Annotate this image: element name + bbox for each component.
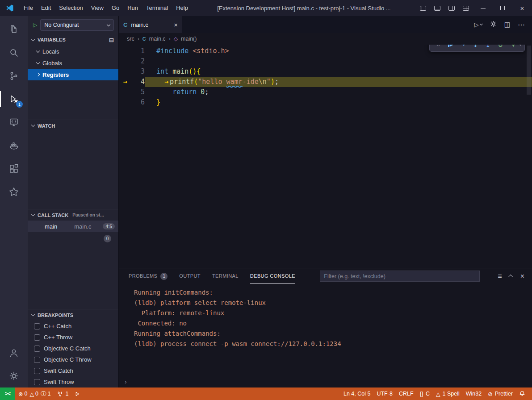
platform-indicator[interactable]: Win32 — [463, 388, 485, 400]
source-control-icon[interactable] — [0, 64, 28, 88]
code-editor[interactable]: ⠿ ▶ ↷ ↧ ↥ ↺ 1 #include <stdio.h> 2 — [119, 45, 532, 268]
window-controls: × — [416, 0, 532, 16]
tab-main-c[interactable]: C main.c × — [119, 16, 182, 33]
breakpoint-objc-catch[interactable]: Objective C Catch — [28, 343, 118, 354]
menu-run[interactable]: Run — [123, 0, 142, 16]
checkbox[interactable] — [34, 357, 40, 363]
console-filter-input[interactable] — [320, 271, 480, 282]
eol-indicator[interactable]: CRLF — [396, 388, 417, 400]
launch-configuration-dropdown[interactable]: No Configurat — [40, 19, 114, 31]
step-into-button[interactable]: ↧ — [470, 45, 481, 50]
tab-terminal[interactable]: TERMINAL — [212, 268, 239, 284]
debug-session-status[interactable] — [71, 388, 84, 400]
breadcrumb-symbol[interactable]: main() — [181, 36, 197, 42]
breakpoint-gutter[interactable] — [119, 97, 131, 108]
continue-button[interactable]: ▶ — [445, 45, 456, 50]
tab-debug-console[interactable]: DEBUG CONSOLE — [250, 268, 295, 284]
open-settings-gear-icon[interactable] — [490, 20, 497, 29]
variables-section-header[interactable]: VARIABLES ⊟ — [28, 34, 118, 46]
run-or-debug-button[interactable]: ▷ — [474, 21, 482, 28]
breakpoint-cpp-throw[interactable]: C++ Throw — [28, 332, 118, 343]
explorer-icon[interactable] — [0, 18, 28, 41]
checkbox[interactable] — [34, 346, 40, 352]
editor-scrollbar[interactable] — [526, 45, 532, 268]
start-debugging-icon[interactable]: ▷ — [33, 22, 37, 28]
breadcrumb-folder[interactable]: src — [127, 36, 134, 42]
menu-edit[interactable]: Edit — [37, 0, 55, 16]
remote-indicator[interactable]: >< — [0, 388, 15, 400]
search-icon[interactable] — [0, 41, 28, 64]
step-over-button[interactable]: ↷ — [457, 45, 469, 50]
accounts-icon[interactable] — [0, 341, 28, 364]
star-icon[interactable] — [0, 180, 28, 204]
watch-section-header[interactable]: WATCH — [28, 120, 118, 131]
breakpoint-swift-throw[interactable]: Swift Throw — [28, 376, 118, 388]
settings-gear-icon[interactable] — [0, 364, 28, 388]
breakpoint-cpp-catch[interactable]: C++ Catch — [28, 321, 118, 332]
docker-icon[interactable] — [0, 134, 28, 157]
collapse-all-icon[interactable]: ⊟ — [109, 37, 114, 43]
breakpoint-gutter[interactable] — [119, 56, 131, 67]
close-tab-icon[interactable]: × — [174, 21, 178, 29]
callstack-section-header[interactable]: CALL STACK Paused on st... — [28, 209, 118, 221]
debug-console-input[interactable]: › — [119, 376, 532, 388]
spell-checker-status[interactable]: △ 1 Spell — [433, 388, 463, 400]
run-and-debug-icon[interactable]: 1 — [0, 88, 28, 111]
cursor-position[interactable]: Ln 4, Col 5 — [340, 388, 373, 400]
c-language-icon: C — [142, 36, 146, 42]
variables-scope-globals[interactable]: Globals — [28, 57, 118, 69]
maximize-panel-icon[interactable] — [508, 275, 513, 279]
encoding-indicator[interactable]: UTF-8 — [373, 388, 395, 400]
extensions-icon[interactable] — [0, 157, 28, 180]
current-frame-arrow-icon[interactable]: → — [119, 77, 131, 87]
notifications-bell[interactable] — [516, 388, 528, 400]
menu-view[interactable]: View — [87, 0, 108, 16]
remote-explorer-icon[interactable] — [0, 111, 28, 134]
breakpoint-label: C++ Throw — [44, 334, 72, 341]
menu-terminal[interactable]: Terminal — [142, 0, 172, 16]
tab-problems[interactable]: PROBLEMS 1 — [129, 268, 168, 284]
breakpoint-gutter[interactable] — [119, 46, 131, 56]
checkbox[interactable] — [34, 334, 40, 341]
watch-header-label: WATCH — [38, 123, 55, 129]
step-out-button[interactable]: ↥ — [482, 45, 494, 50]
close-panel-icon[interactable]: × — [520, 272, 524, 280]
chevron-down-icon[interactable] — [519, 45, 522, 46]
customize-layout-icon[interactable] — [459, 0, 473, 16]
menu-file[interactable]: File — [20, 0, 37, 16]
split-editor-icon[interactable]: ◫ — [504, 21, 511, 29]
checkbox[interactable] — [34, 379, 40, 385]
maximize-button[interactable] — [493, 0, 512, 16]
menu-selection[interactable]: Selection — [55, 0, 87, 16]
problems-status[interactable]: ⊗0 △0 ⓘ1 — [15, 388, 54, 400]
menu-go[interactable]: Go — [108, 0, 123, 16]
breakpoint-gutter[interactable] — [119, 87, 131, 97]
breakpoint-objc-throw[interactable]: Objective C Throw — [28, 354, 118, 365]
formatter-status[interactable]: ⊘ Prettier — [485, 388, 516, 400]
checkbox[interactable] — [34, 323, 40, 329]
tab-output[interactable]: OUTPUT — [179, 268, 201, 284]
toggle-secondary-sidebar-icon[interactable] — [444, 0, 459, 16]
minimize-button[interactable] — [473, 0, 493, 16]
breakpoints-section-header[interactable]: BREAKPOINTS — [28, 309, 118, 321]
panel-actions: ≡ × — [491, 272, 532, 280]
toggle-sidebar-icon[interactable] — [416, 0, 430, 16]
breakpoint-swift-catch[interactable]: Swift Catch — [28, 365, 118, 376]
toggle-panel-icon[interactable] — [430, 0, 444, 16]
language-mode[interactable]: {} C — [417, 388, 433, 400]
variables-scope-registers[interactable]: Registers — [28, 69, 118, 80]
close-window-button[interactable]: × — [512, 0, 532, 16]
drag-handle-icon[interactable]: ⠿ — [432, 45, 444, 50]
restart-button[interactable]: ↺ — [495, 45, 506, 50]
breadcrumb-file[interactable]: main.c — [149, 36, 166, 42]
menu-help[interactable]: Help — [172, 0, 192, 16]
breakpoint-gutter[interactable] — [119, 67, 131, 77]
stack-frame-row[interactable]: main main.c 4:5 — [28, 221, 118, 232]
ports-status[interactable]: 1 — [54, 388, 71, 400]
console-actions-icon[interactable]: ≡ — [498, 272, 502, 280]
variables-scope-locals[interactable]: Locals — [28, 46, 118, 57]
more-actions-icon[interactable]: ⋯ — [518, 21, 525, 29]
checkbox[interactable] — [34, 368, 40, 374]
instruction-pointer-icon: → — [164, 78, 168, 86]
disconnect-button[interactable] — [507, 45, 519, 50]
